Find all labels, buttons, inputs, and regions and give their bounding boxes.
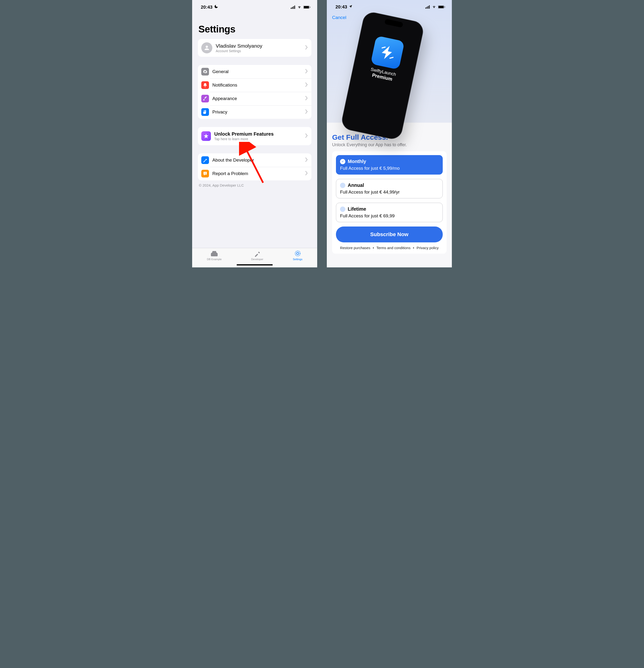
exclamation-icon	[201, 170, 209, 178]
row-report[interactable]: Report a Problem	[198, 167, 311, 180]
row-notifications[interactable]: Notifications	[198, 78, 311, 92]
radio-icon	[340, 207, 345, 212]
chevron-right-icon	[305, 134, 308, 139]
copyright-text: © 2024, App Developer LLC	[199, 183, 311, 187]
legal-links: Restore purchases • Terms and conditions…	[336, 246, 443, 250]
settings-group-main: General Notifications Appearance Privacy	[198, 65, 311, 119]
premium-title: Unlock Premium Features	[214, 131, 305, 137]
tab-developer[interactable]: Developer	[251, 250, 263, 261]
bell-icon	[201, 81, 209, 89]
chevron-right-icon	[305, 69, 308, 74]
plan-name: Lifetime	[348, 206, 366, 212]
account-card: Vladislav Smolyanoy Account Settings	[198, 39, 311, 57]
row-label: About the Developer	[212, 157, 305, 163]
app-icon	[370, 35, 404, 70]
tab-label: Settings	[293, 258, 302, 261]
avatar	[201, 42, 212, 54]
row-appearance[interactable]: Appearance	[198, 92, 311, 105]
row-label: General	[212, 69, 305, 74]
hand-icon	[201, 108, 209, 116]
plan-name: Annual	[348, 183, 364, 188]
dot-separator: •	[373, 246, 374, 250]
cellular-icon	[425, 5, 430, 9]
plan-lifetime[interactable]: Lifetime Full Access for just € 69,99	[336, 203, 443, 222]
chevron-right-icon	[305, 109, 308, 115]
cellular-icon	[291, 5, 296, 9]
restore-link[interactable]: Restore purchases	[340, 246, 370, 250]
cancel-button[interactable]: Cancel	[327, 12, 346, 20]
radio-selected-icon	[340, 159, 345, 164]
plan-desc: Full Access for just € 69,99	[340, 213, 439, 218]
svg-rect-14	[429, 5, 430, 9]
plans-card: Monthly Full Access for just € 5,99/mo A…	[332, 151, 447, 254]
premium-sub: Tap here to learn more	[214, 137, 305, 141]
svg-rect-2	[293, 6, 294, 9]
row-premium[interactable]: Unlock Premium Features Tap here to lear…	[198, 127, 311, 145]
svg-rect-12	[426, 7, 427, 9]
subscribe-button[interactable]: Subscribe Now	[336, 227, 443, 242]
chevron-right-icon	[305, 45, 308, 50]
home-indicator	[237, 264, 273, 265]
star-icon	[201, 131, 211, 141]
svg-rect-8	[212, 251, 216, 252]
row-privacy[interactable]: Privacy	[198, 105, 311, 119]
status-time: 20:43	[201, 4, 213, 10]
gear-icon	[201, 68, 209, 76]
status-time: 20:43	[335, 4, 347, 10]
chevron-right-icon	[305, 82, 308, 88]
row-label: Notifications	[212, 82, 305, 88]
row-general[interactable]: General	[198, 65, 311, 78]
battery-icon	[438, 5, 445, 9]
svg-rect-17	[445, 6, 445, 8]
wifi-icon	[297, 5, 302, 9]
plan-desc: Full Access for just € 44,99/yr	[340, 189, 439, 195]
row-label: Appearance	[212, 96, 305, 101]
svg-rect-5	[304, 6, 309, 9]
settings-screen: 20:43 Settings Vladislav	[192, 0, 317, 268]
paywall-subtitle: Unlock Everything our App has to offer.	[332, 142, 447, 147]
moon-icon	[214, 4, 218, 10]
svg-rect-6	[310, 6, 311, 8]
radio-icon	[340, 183, 345, 188]
svg-rect-3	[294, 5, 295, 9]
svg-line-19	[390, 57, 393, 59]
chevron-right-icon	[305, 96, 308, 101]
plan-desc: Full Access for just € 5,99/mo	[340, 166, 439, 171]
settings-group-misc: About the Developer Report a Problem	[198, 153, 311, 180]
privacy-link[interactable]: Privacy policy	[417, 246, 439, 250]
page-title: Settings	[198, 24, 311, 35]
account-sub: Account Settings	[216, 49, 305, 53]
paintbrush-icon	[201, 95, 209, 103]
svg-point-9	[295, 251, 300, 256]
battery-icon	[303, 5, 311, 9]
hammer-icon	[201, 156, 209, 164]
plan-monthly[interactable]: Monthly Full Access for just € 5,99/mo	[336, 155, 443, 174]
svg-rect-0	[291, 8, 291, 9]
plan-annual[interactable]: Annual Full Access for just € 44,99/yr	[336, 179, 443, 198]
tab-settings[interactable]: Settings	[293, 250, 302, 261]
dot-separator: •	[413, 246, 414, 250]
row-label: Privacy	[212, 109, 305, 115]
wifi-icon	[432, 5, 436, 9]
paywall-screen: 20:43 Cancel SwiftyLaunch	[327, 0, 452, 268]
status-bar: 20:43	[327, 0, 452, 12]
premium-card: Unlock Premium Features Tap here to lear…	[198, 127, 311, 145]
svg-rect-13	[428, 6, 429, 9]
chevron-right-icon	[305, 171, 308, 176]
account-row[interactable]: Vladislav Smolyanoy Account Settings	[198, 39, 311, 57]
status-bar: 20:43	[192, 0, 317, 12]
tab-label: Developer	[251, 258, 263, 261]
tab-db-example[interactable]: DB Example	[207, 250, 222, 261]
location-icon	[349, 4, 353, 10]
terms-link[interactable]: Terms and conditions	[376, 246, 410, 250]
svg-rect-16	[438, 6, 444, 8]
row-about[interactable]: About the Developer	[198, 153, 311, 167]
paywall-hero: 20:43 Cancel SwiftyLaunch	[327, 0, 452, 123]
svg-rect-11	[425, 7, 426, 9]
tab-label: DB Example	[207, 258, 222, 261]
row-label: Report a Problem	[212, 171, 305, 176]
account-name: Vladislav Smolyanoy	[216, 43, 305, 49]
chevron-right-icon	[305, 157, 308, 163]
plan-name: Monthly	[348, 159, 366, 164]
svg-rect-1	[292, 7, 293, 9]
